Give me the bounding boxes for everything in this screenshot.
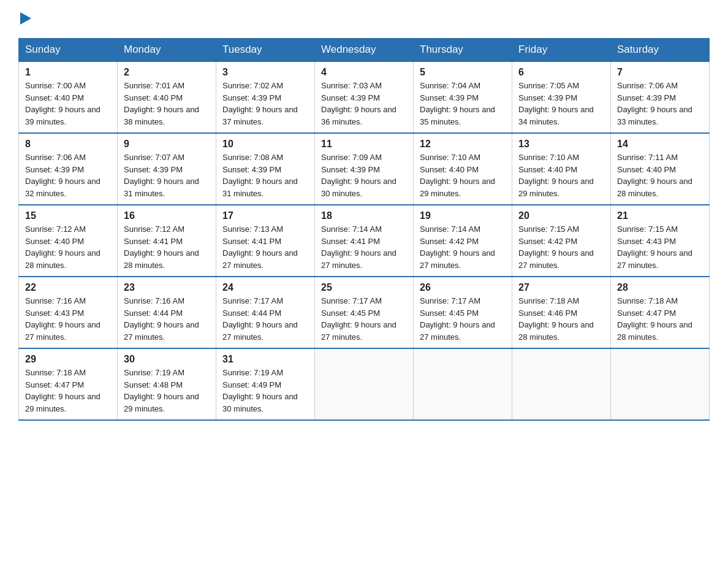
logo: [18, 12, 31, 27]
page-header: [18, 12, 710, 27]
day-info: Sunrise: 7:09 AMSunset: 4:39 PMDaylight:…: [321, 153, 396, 198]
weekday-header-monday: Monday: [118, 39, 216, 62]
calendar-cell: [611, 348, 710, 420]
day-info: Sunrise: 7:14 AMSunset: 4:41 PMDaylight:…: [321, 224, 396, 270]
day-number: 2: [124, 67, 210, 78]
day-info: Sunrise: 7:10 AMSunset: 4:40 PMDaylight:…: [518, 153, 594, 198]
calendar-cell: 8 Sunrise: 7:06 AMSunset: 4:39 PMDayligh…: [19, 133, 118, 205]
day-info: Sunrise: 7:12 AMSunset: 4:40 PMDaylight:…: [25, 224, 100, 270]
calendar-cell: 23 Sunrise: 7:16 AMSunset: 4:44 PMDaylig…: [118, 277, 216, 348]
calendar-cell: 6 Sunrise: 7:05 AMSunset: 4:39 PMDayligh…: [512, 61, 611, 133]
day-number: 1: [25, 67, 111, 78]
calendar-cell: 21 Sunrise: 7:15 AMSunset: 4:43 PMDaylig…: [611, 205, 710, 277]
calendar-cell: 20 Sunrise: 7:15 AMSunset: 4:42 PMDaylig…: [512, 205, 611, 277]
day-info: Sunrise: 7:06 AMSunset: 4:39 PMDaylight:…: [25, 153, 100, 198]
day-info: Sunrise: 7:04 AMSunset: 4:39 PMDaylight:…: [420, 81, 495, 126]
day-number: 21: [617, 210, 703, 221]
day-info: Sunrise: 7:10 AMSunset: 4:40 PMDaylight:…: [420, 153, 495, 198]
calendar-week-5: 29 Sunrise: 7:18 AMSunset: 4:47 PMDaylig…: [19, 348, 710, 420]
day-number: 28: [617, 282, 703, 293]
day-info: Sunrise: 7:17 AMSunset: 4:45 PMDaylight:…: [321, 296, 396, 342]
day-number: 29: [25, 354, 111, 365]
day-number: 5: [420, 67, 506, 78]
day-number: 6: [518, 67, 604, 78]
calendar-cell: [414, 348, 512, 420]
day-info: Sunrise: 7:19 AMSunset: 4:48 PMDaylight:…: [124, 368, 199, 413]
day-number: 9: [124, 139, 210, 150]
calendar-cell: 18 Sunrise: 7:14 AMSunset: 4:41 PMDaylig…: [315, 205, 414, 277]
calendar-cell: 11 Sunrise: 7:09 AMSunset: 4:39 PMDaylig…: [315, 133, 414, 205]
day-number: 12: [420, 139, 506, 150]
weekday-header-wednesday: Wednesday: [315, 39, 414, 62]
day-number: 18: [321, 210, 407, 221]
calendar-week-1: 1 Sunrise: 7:00 AMSunset: 4:40 PMDayligh…: [19, 61, 710, 133]
day-number: 26: [420, 282, 506, 293]
logo-arrow-icon: [20, 12, 31, 27]
calendar-week-2: 8 Sunrise: 7:06 AMSunset: 4:39 PMDayligh…: [19, 133, 710, 205]
day-info: Sunrise: 7:15 AMSunset: 4:42 PMDaylight:…: [518, 224, 594, 270]
day-number: 24: [222, 282, 308, 293]
day-number: 27: [518, 282, 604, 293]
day-number: 11: [321, 139, 407, 150]
day-info: Sunrise: 7:14 AMSunset: 4:42 PMDaylight:…: [420, 224, 495, 270]
day-number: 8: [25, 139, 111, 150]
day-number: 17: [222, 210, 308, 221]
svg-marker-0: [20, 12, 31, 25]
day-number: 20: [518, 210, 604, 221]
calendar-cell: 29 Sunrise: 7:18 AMSunset: 4:47 PMDaylig…: [19, 348, 118, 420]
day-info: Sunrise: 7:15 AMSunset: 4:43 PMDaylight:…: [617, 224, 692, 270]
weekday-header-friday: Friday: [512, 39, 611, 62]
weekday-header-saturday: Saturday: [611, 39, 710, 62]
day-number: 10: [222, 139, 308, 150]
day-info: Sunrise: 7:03 AMSunset: 4:39 PMDaylight:…: [321, 81, 396, 126]
day-info: Sunrise: 7:11 AMSunset: 4:40 PMDaylight:…: [617, 153, 692, 198]
calendar-cell: 4 Sunrise: 7:03 AMSunset: 4:39 PMDayligh…: [315, 61, 414, 133]
calendar-cell: [315, 348, 414, 420]
calendar-cell: 2 Sunrise: 7:01 AMSunset: 4:40 PMDayligh…: [118, 61, 216, 133]
day-info: Sunrise: 7:16 AMSunset: 4:44 PMDaylight:…: [124, 296, 199, 342]
calendar-cell: 22 Sunrise: 7:16 AMSunset: 4:43 PMDaylig…: [19, 277, 118, 348]
day-info: Sunrise: 7:02 AMSunset: 4:39 PMDaylight:…: [222, 81, 298, 126]
calendar-cell: 3 Sunrise: 7:02 AMSunset: 4:39 PMDayligh…: [216, 61, 315, 133]
calendar-cell: 14 Sunrise: 7:11 AMSunset: 4:40 PMDaylig…: [611, 133, 710, 205]
calendar-cell: 10 Sunrise: 7:08 AMSunset: 4:39 PMDaylig…: [216, 133, 315, 205]
calendar-cell: 27 Sunrise: 7:18 AMSunset: 4:46 PMDaylig…: [512, 277, 611, 348]
calendar-cell: 28 Sunrise: 7:18 AMSunset: 4:47 PMDaylig…: [611, 277, 710, 348]
calendar-cell: 25 Sunrise: 7:17 AMSunset: 4:45 PMDaylig…: [315, 277, 414, 348]
day-info: Sunrise: 7:16 AMSunset: 4:43 PMDaylight:…: [25, 296, 100, 342]
calendar-cell: 5 Sunrise: 7:04 AMSunset: 4:39 PMDayligh…: [414, 61, 512, 133]
weekday-header-row: SundayMondayTuesdayWednesdayThursdayFrid…: [19, 39, 710, 62]
calendar-cell: 13 Sunrise: 7:10 AMSunset: 4:40 PMDaylig…: [512, 133, 611, 205]
day-info: Sunrise: 7:18 AMSunset: 4:47 PMDaylight:…: [25, 368, 100, 413]
calendar-cell: 17 Sunrise: 7:13 AMSunset: 4:41 PMDaylig…: [216, 205, 315, 277]
day-info: Sunrise: 7:05 AMSunset: 4:39 PMDaylight:…: [518, 81, 594, 126]
day-info: Sunrise: 7:18 AMSunset: 4:47 PMDaylight:…: [617, 296, 692, 342]
calendar-cell: 31 Sunrise: 7:19 AMSunset: 4:49 PMDaylig…: [216, 348, 315, 420]
day-number: 23: [124, 282, 210, 293]
calendar-cell: 19 Sunrise: 7:14 AMSunset: 4:42 PMDaylig…: [414, 205, 512, 277]
calendar-week-4: 22 Sunrise: 7:16 AMSunset: 4:43 PMDaylig…: [19, 277, 710, 348]
weekday-header-tuesday: Tuesday: [216, 39, 315, 62]
day-number: 31: [222, 354, 308, 365]
calendar-cell: 7 Sunrise: 7:06 AMSunset: 4:39 PMDayligh…: [611, 61, 710, 133]
day-number: 3: [222, 67, 308, 78]
day-info: Sunrise: 7:08 AMSunset: 4:39 PMDaylight:…: [222, 153, 298, 198]
calendar-cell: [512, 348, 611, 420]
day-number: 4: [321, 67, 407, 78]
day-number: 19: [420, 210, 506, 221]
day-number: 25: [321, 282, 407, 293]
day-number: 7: [617, 67, 703, 78]
calendar-cell: 30 Sunrise: 7:19 AMSunset: 4:48 PMDaylig…: [118, 348, 216, 420]
day-info: Sunrise: 7:12 AMSunset: 4:41 PMDaylight:…: [124, 224, 199, 270]
calendar-week-3: 15 Sunrise: 7:12 AMSunset: 4:40 PMDaylig…: [19, 205, 710, 277]
day-info: Sunrise: 7:07 AMSunset: 4:39 PMDaylight:…: [124, 153, 199, 198]
weekday-header-sunday: Sunday: [19, 39, 118, 62]
calendar-cell: 15 Sunrise: 7:12 AMSunset: 4:40 PMDaylig…: [19, 205, 118, 277]
day-number: 30: [124, 354, 210, 365]
day-number: 14: [617, 139, 703, 150]
day-info: Sunrise: 7:17 AMSunset: 4:45 PMDaylight:…: [420, 296, 495, 342]
calendar: SundayMondayTuesdayWednesdayThursdayFrid…: [18, 38, 710, 421]
calendar-cell: 9 Sunrise: 7:07 AMSunset: 4:39 PMDayligh…: [118, 133, 216, 205]
day-info: Sunrise: 7:13 AMSunset: 4:41 PMDaylight:…: [222, 224, 298, 270]
day-info: Sunrise: 7:19 AMSunset: 4:49 PMDaylight:…: [222, 368, 298, 413]
